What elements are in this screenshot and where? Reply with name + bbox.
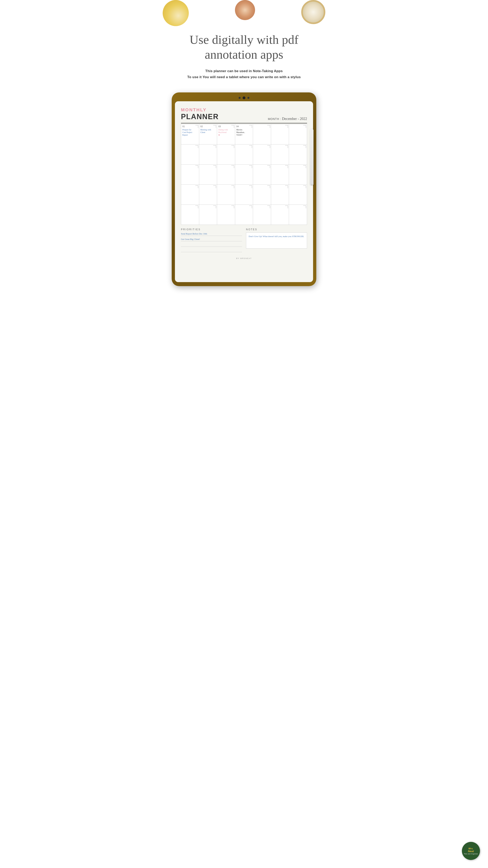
cal-r4-d2 bbox=[199, 184, 217, 205]
cal-r4-d3 bbox=[217, 184, 235, 205]
cal-r5-d2 bbox=[199, 205, 217, 225]
cal-r5-d5 bbox=[253, 205, 271, 225]
camera-dot-1 bbox=[238, 97, 240, 99]
header-divider bbox=[181, 123, 307, 123]
sub-text-line2: To use it You will need a tablet where y… bbox=[175, 74, 313, 81]
calendar-grid: 01 Prepare forCost ProjectReport 02 Meet… bbox=[181, 124, 307, 225]
cal-r3-d4 bbox=[235, 164, 253, 184]
calendar-row-3 bbox=[181, 164, 307, 184]
cal-r3-d6 bbox=[271, 164, 289, 184]
sub-text-block: This planner can be used in Note-Taking … bbox=[163, 64, 325, 88]
cal-r3-d5 bbox=[253, 164, 271, 184]
script-line2: annotation apps bbox=[205, 48, 283, 61]
monthly-label: MONTHLY bbox=[181, 107, 219, 113]
cal-day-03: 03 Dating withBoyfriend♥ bbox=[217, 124, 235, 144]
cal-r5-d3 bbox=[217, 205, 235, 225]
cal-r2-d6 bbox=[271, 144, 289, 164]
decor-clips bbox=[163, 0, 189, 26]
priority-item-4 bbox=[181, 249, 242, 252]
priority-item-3 bbox=[181, 243, 242, 247]
camera-dot-3 bbox=[248, 97, 250, 99]
planner-header: MONTHLY PLANNER MONTH : December - 2022 bbox=[181, 107, 307, 121]
priorities-label: PRIORITIES bbox=[181, 228, 242, 231]
cal-r5-d1 bbox=[181, 205, 199, 225]
cal-day-05 bbox=[253, 124, 271, 144]
cal-r3-d3 bbox=[217, 164, 235, 184]
decor-clock bbox=[301, 0, 325, 24]
camera-bar bbox=[175, 96, 313, 99]
cal-r4-d7 bbox=[289, 184, 307, 205]
tablet-wrapper: MONTHLY PLANNER MONTH : December - 2022 … bbox=[163, 88, 325, 298]
cal-r2-d4 bbox=[235, 144, 253, 164]
planner-title-block: MONTHLY PLANNER bbox=[181, 107, 219, 121]
tablet-device: MONTHLY PLANNER MONTH : December - 2022 … bbox=[172, 92, 316, 286]
notes-section: NOTES Don't Give Up! What doesn't kill y… bbox=[246, 228, 307, 254]
script-line1: Use digitally with pdf bbox=[190, 33, 298, 46]
cal-r5-d6 bbox=[271, 205, 289, 225]
tablet-screen: MONTHLY PLANNER MONTH : December - 2022 … bbox=[175, 101, 313, 282]
calendar-row-5 bbox=[181, 205, 307, 225]
cal-r4-d6 bbox=[271, 184, 289, 205]
cal-day-06 bbox=[271, 124, 289, 144]
bottom-sections: PRIORITIES Send Report Before Dec 10th G… bbox=[181, 228, 307, 254]
cal-day-02: 02 Meeting withClient bbox=[199, 124, 217, 144]
byline: BY MRSNEAT bbox=[181, 257, 307, 259]
calendar-row-4 bbox=[181, 184, 307, 205]
cal-r5-d7 bbox=[289, 205, 307, 225]
cal-r4-d1 bbox=[181, 184, 199, 205]
cal-r2-d1 bbox=[181, 144, 199, 164]
month-value: December - 2022 bbox=[282, 117, 307, 121]
cal-day-07 bbox=[289, 124, 307, 144]
script-heading: Use digitally with pdf annotation apps bbox=[163, 28, 325, 64]
cal-r3-d1 bbox=[181, 164, 199, 184]
cal-r2-d2 bbox=[199, 144, 217, 164]
calendar-row-2 bbox=[181, 144, 307, 164]
cal-r3-d7 bbox=[289, 164, 307, 184]
calendar-row-1: 01 Prepare forCost ProjectReport 02 Meet… bbox=[181, 124, 307, 144]
sub-text-line1: This planner can be used in Note-Taking … bbox=[175, 68, 313, 74]
cal-day-01: 01 Prepare forCost ProjectReport bbox=[181, 124, 199, 144]
cal-r3-d2 bbox=[199, 164, 217, 184]
decor-center-flower bbox=[235, 0, 255, 20]
priority-item-1: Send Report Before Dec 10th bbox=[181, 232, 242, 236]
cal-r4-d4 bbox=[235, 184, 253, 205]
cal-r5-d4 bbox=[235, 205, 253, 225]
stylus bbox=[310, 129, 314, 185]
month-info: MONTH : December - 2022 bbox=[268, 117, 307, 121]
planner-label: PLANNER bbox=[181, 113, 219, 121]
hero-decoration bbox=[163, 0, 325, 28]
cal-r2-d5 bbox=[253, 144, 271, 164]
camera-dot-2 bbox=[242, 96, 246, 99]
cal-r2-d3 bbox=[217, 144, 235, 164]
notes-label: NOTES bbox=[246, 228, 307, 231]
cal-r4-d5 bbox=[253, 184, 271, 205]
notes-text: Don't Give Up! What doesn't kill you, ma… bbox=[249, 235, 304, 238]
cal-day-04: 04 MoviesMarathon..YEAY! bbox=[235, 124, 253, 144]
cal-r2-d7 bbox=[289, 144, 307, 164]
priority-item-2: Get Great Big Client! bbox=[181, 238, 242, 241]
month-prefix: MONTH : bbox=[268, 117, 281, 121]
notes-box: Don't Give Up! What doesn't kill you, ma… bbox=[246, 232, 307, 249]
priorities-section: PRIORITIES Send Report Before Dec 10th G… bbox=[181, 228, 242, 254]
